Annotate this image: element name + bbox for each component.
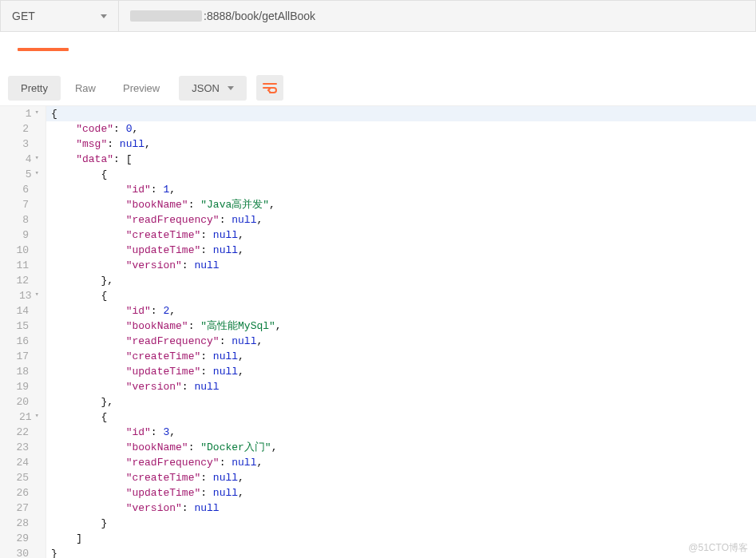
line-gutter[interactable]: 7 — [0, 197, 46, 212]
line-gutter[interactable]: 26 — [0, 485, 46, 501]
code-line-content: "createTime": null, — [46, 349, 244, 364]
code-line: 9 "createTime": null, — [0, 228, 756, 243]
code-line-content: "readFrequency": null, — [46, 212, 263, 228]
line-gutter[interactable]: 23 — [0, 440, 46, 455]
code-line-content: "data": [ — [46, 152, 132, 167]
line-gutter[interactable]: 19 — [0, 379, 46, 394]
line-gutter[interactable]: 27 — [0, 501, 46, 516]
code-line-content: "updateTime": null, — [46, 485, 244, 501]
line-gutter[interactable]: 3 — [0, 137, 46, 152]
code-line: 24 "readFrequency": null, — [0, 455, 756, 470]
code-line-content: "bookName": "Docker入门", — [46, 440, 277, 455]
wrap-lines-icon — [263, 82, 277, 93]
tab-preview[interactable]: Preview — [110, 76, 172, 101]
http-method-dropdown[interactable]: GET — [1, 1, 119, 31]
code-line: 14 "id": 2, — [0, 303, 756, 319]
fold-toggle-icon[interactable]: ▾ — [35, 155, 39, 162]
code-line-content: "updateTime": null, — [46, 243, 244, 258]
code-line-content: "id": 2, — [46, 303, 176, 319]
line-gutter[interactable]: 10 — [0, 243, 46, 258]
line-gutter[interactable]: 28 — [0, 516, 46, 531]
fold-toggle-icon[interactable]: ▾ — [35, 109, 39, 117]
code-line: 15 "bookName": "高性能MySql", — [0, 319, 756, 334]
line-gutter[interactable]: 12 — [0, 273, 46, 288]
code-line-content: }, — [46, 273, 113, 288]
line-gutter[interactable]: 29 — [0, 531, 46, 546]
code-line: 19 "version": null — [0, 379, 756, 394]
watermark: @51CTO博客 — [688, 541, 748, 555]
code-line: 5▾ { — [0, 167, 756, 182]
code-line: 23 "bookName": "Docker入门", — [0, 440, 756, 455]
fold-toggle-icon[interactable]: ▾ — [35, 291, 39, 299]
code-line: 21▾ { — [0, 410, 756, 425]
line-gutter[interactable]: 2 — [0, 121, 46, 137]
code-line: 18 "updateTime": null, — [0, 364, 756, 379]
code-line-content: "updateTime": null, — [46, 364, 244, 379]
code-line-content: } — [46, 516, 107, 531]
chevron-down-icon — [101, 14, 107, 18]
line-gutter[interactable]: 1▾ — [0, 106, 46, 121]
http-method-label: GET — [12, 10, 35, 22]
line-gutter[interactable]: 30 — [0, 546, 46, 558]
code-line: 1▾{ — [0, 106, 756, 121]
code-line: 29 ] — [0, 531, 756, 546]
line-gutter[interactable]: 4▾ — [0, 152, 46, 167]
code-line: 28 } — [0, 516, 756, 531]
code-line: 11 "version": null — [0, 258, 756, 273]
code-line-content: "id": 1, — [46, 182, 176, 197]
code-line: 8 "readFrequency": null, — [0, 212, 756, 228]
code-line-content: "readFrequency": null, — [46, 334, 263, 349]
code-line-content: "version": null — [46, 501, 220, 516]
line-gutter[interactable]: 14 — [0, 303, 46, 319]
fold-toggle-icon[interactable]: ▾ — [35, 170, 39, 177]
code-line: 25 "createTime": null, — [0, 470, 756, 485]
code-line-content: { — [46, 410, 107, 425]
line-gutter[interactable]: 9 — [0, 228, 46, 243]
code-line: 16 "readFrequency": null, — [0, 334, 756, 349]
code-line: 10 "updateTime": null, — [0, 243, 756, 258]
code-line-content: ] — [46, 531, 82, 546]
code-line: 7 "bookName": "Java高并发", — [0, 197, 756, 212]
url-input[interactable]: :8888/book/getAllBook — [119, 1, 755, 31]
code-line-content: "createTime": null, — [46, 470, 244, 485]
code-line: 4▾ "data": [ — [0, 152, 756, 167]
line-gutter[interactable]: 22 — [0, 425, 46, 440]
line-gutter[interactable]: 15 — [0, 319, 46, 334]
line-gutter[interactable]: 6 — [0, 182, 46, 197]
line-gutter[interactable]: 17 — [0, 349, 46, 364]
code-line-content: "id": 3, — [46, 425, 176, 440]
line-gutter[interactable]: 5▾ — [0, 167, 46, 182]
line-gutter[interactable]: 11 — [0, 258, 46, 273]
fold-toggle-icon[interactable]: ▾ — [35, 413, 39, 420]
tab-pretty[interactable]: Pretty — [8, 76, 61, 101]
code-line-content: "code": 0, — [46, 121, 138, 137]
response-body[interactable]: 1▾{2 "code": 0,3 "msg": null,4▾ "data": … — [0, 105, 756, 558]
code-line-content: { — [46, 106, 57, 121]
active-section-indicator — [18, 48, 69, 51]
url-visible-text: :8888/book/getAllBook — [204, 10, 315, 22]
code-line-content: "version": null — [46, 379, 220, 394]
line-gutter[interactable]: 13▾ — [0, 288, 46, 303]
format-dropdown-label: JSON — [192, 82, 220, 94]
code-line: 30} — [0, 546, 756, 558]
wrap-lines-button[interactable] — [256, 75, 283, 101]
response-toolbar: Pretty Raw Preview JSON — [0, 70, 756, 105]
request-bar: GET :8888/book/getAllBook — [0, 0, 756, 32]
code-line: 13▾ { — [0, 288, 756, 303]
url-masked-prefix — [130, 10, 202, 22]
tab-raw[interactable]: Raw — [62, 76, 109, 101]
line-gutter[interactable]: 25 — [0, 470, 46, 485]
line-gutter[interactable]: 16 — [0, 334, 46, 349]
code-line: 17 "createTime": null, — [0, 349, 756, 364]
line-gutter[interactable]: 18 — [0, 364, 46, 379]
format-dropdown[interactable]: JSON — [179, 76, 247, 101]
line-gutter[interactable]: 24 — [0, 455, 46, 470]
code-line-content: "version": null — [46, 258, 220, 273]
code-line: 22 "id": 3, — [0, 425, 756, 440]
line-gutter[interactable]: 21▾ — [0, 410, 46, 425]
line-gutter[interactable]: 20 — [0, 394, 46, 410]
line-gutter[interactable]: 8 — [0, 212, 46, 228]
code-line: 12 }, — [0, 273, 756, 288]
chevron-down-icon — [228, 86, 234, 90]
code-line-content: "readFrequency": null, — [46, 455, 263, 470]
